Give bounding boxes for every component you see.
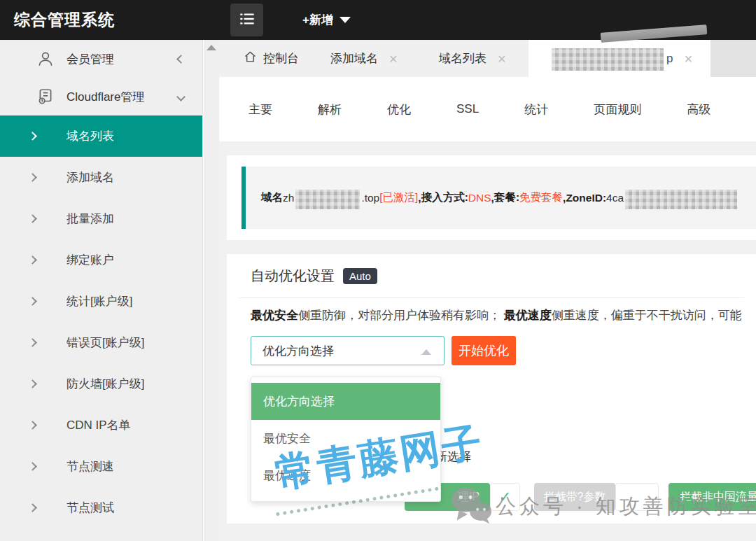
status-text: 免费套餐 (519, 190, 563, 205)
tab-label: 域名列表 (439, 50, 486, 66)
close-icon[interactable]: × (684, 52, 692, 66)
description-text: 侧重防御，对部分用户体验稍有影响； (298, 309, 504, 322)
app-window: 综合管理系统 +新增 (0, 0, 756, 541)
chevron-right-icon (28, 255, 37, 265)
chevron-down-icon (176, 92, 186, 101)
sidebar-group-members[interactable]: 会员管理 (0, 40, 202, 78)
select-value: 优化方向选择 (262, 343, 334, 359)
content-tab[interactable]: 高级 (687, 101, 710, 118)
scroll-up-icon[interactable] (206, 45, 216, 50)
sidebar-item-label: 域名列表 (66, 128, 114, 144)
sidebar-item-label: 统计[账户级] (66, 293, 132, 309)
description-text: 侧重速度，偏重于不干扰访问，可能 (552, 309, 742, 322)
sidebar-group-label: Cloudflare管理 (66, 89, 145, 105)
sidebar-group-label: 会员管理 (66, 51, 114, 67)
home-icon (243, 50, 263, 68)
chevron-right-icon (28, 462, 37, 471)
chevron-down-icon (340, 17, 351, 23)
banner-text: 套餐: (494, 190, 519, 205)
sidebar-item[interactable]: 错误页[账户级] (0, 322, 202, 363)
check-icon: ✓ (499, 489, 512, 505)
status-text: DNS (468, 192, 491, 204)
sidebar-item[interactable]: 添加域名 (0, 157, 202, 198)
tab-domain-detail-active[interactable]: p × (528, 40, 710, 77)
censored-text (295, 190, 360, 209)
sidebar-item[interactable]: 批量添加 (0, 198, 202, 239)
tab-label-visible: p (666, 52, 673, 66)
domain-info-card: 域名zh.top[已激活],接入方式:DNS,套餐:免费套餐,ZoneID:4c… (227, 155, 756, 240)
dropdown-option[interactable]: 最优速度 (251, 457, 440, 494)
sidebar-item-label: 防火墙[账户级] (66, 376, 144, 392)
tab-label: 添加域名 (330, 50, 378, 66)
divider (239, 297, 744, 298)
banner-text: 接入方式: (421, 190, 468, 205)
content-tab[interactable]: 优化 (387, 101, 411, 118)
tab-add-domain[interactable]: 添加域名 × (330, 40, 398, 77)
optimize-direction-dropdown: 优化方向选择最优安全最优速度 (251, 377, 441, 502)
description-text: 最优安全 (251, 309, 298, 322)
chevron-left-icon (176, 55, 186, 64)
section-title: 自动优化设置 (251, 267, 335, 286)
banner-text: 4ca (606, 192, 624, 204)
domain-status-banner: 域名zh.top[已激活],接入方式:DNS,套餐:免费套餐,ZoneID:4c… (241, 167, 756, 229)
status-text: [已激活] (379, 190, 418, 205)
server-icon (36, 87, 55, 106)
content-tab[interactable]: 页面规则 (594, 101, 641, 118)
tab-domain-list[interactable]: 域名列表 × (439, 40, 506, 77)
add-new-button[interactable]: +新增 (302, 0, 351, 40)
banner-text: ZoneID: (566, 192, 606, 204)
user-icon (36, 50, 55, 68)
sidebar-item[interactable]: 统计[账户级] (0, 281, 202, 322)
dropdown-option[interactable]: 最优安全 (251, 420, 440, 457)
sidebar-item[interactable]: 域名列表 (0, 115, 202, 157)
sidebar-item-label: 错误页[账户级] (66, 335, 144, 351)
sidebar-gutter (204, 40, 219, 541)
censored-text (625, 190, 737, 209)
description-text: 最优速度 (504, 309, 552, 322)
chevron-right-icon (28, 421, 37, 430)
sidebar-item[interactable]: 节点测试 (0, 487, 202, 528)
sidebar-item[interactable]: 节点测速 (0, 446, 202, 487)
content-tab[interactable]: SSL (456, 102, 479, 116)
tab-console[interactable]: 控制台 (243, 40, 299, 77)
chevron-right-icon (28, 173, 37, 182)
sidebar-item-label: 节点测速 (66, 458, 114, 475)
banner-text: .top (361, 192, 379, 204)
sidebar-item-label: 批量添加 (66, 211, 114, 227)
chevron-right-icon (28, 297, 37, 306)
block-non-china-button[interactable]: 拦截非中国流量 (668, 483, 756, 511)
unchecked-toggle[interactable] (615, 483, 659, 511)
sidebar-item[interactable]: CDN IP名单 (0, 405, 202, 446)
content-tab[interactable]: 主要 (248, 101, 272, 118)
chevron-right-icon (28, 379, 37, 388)
chevron-right-icon (28, 132, 37, 141)
block-query-param-button[interactable]: 拦截带?参数 (534, 483, 615, 511)
sidebar-item-label: 绑定账户 (66, 252, 114, 268)
content-tabs: 主要解析优化SSL统计页面规则高级 (219, 77, 756, 141)
chevron-up-icon (421, 349, 431, 355)
dropdown-option[interactable]: 优化方向选择 (251, 383, 440, 420)
checked-toggle[interactable]: ✓ (490, 483, 520, 511)
banner-text: zh (283, 192, 294, 204)
sidebar-item-label: 节点测试 (66, 500, 114, 516)
sidebar-item-label: CDN IP名单 (66, 417, 131, 433)
menu-toggle-button[interactable] (230, 3, 263, 36)
content-tab[interactable]: 统计 (524, 101, 548, 118)
close-icon[interactable]: × (389, 52, 398, 66)
app-title: 综合管理系统 (14, 0, 115, 40)
page-content: 域名zh.top[已激活],接入方式:DNS,套餐:免费套餐,ZoneID:4c… (219, 141, 756, 541)
optimize-direction-select[interactable]: 优化方向选择 (251, 336, 444, 365)
banner-text: 域名 (261, 190, 283, 205)
list-icon (238, 10, 256, 31)
close-icon[interactable]: × (498, 52, 506, 66)
start-optimize-button[interactable]: 开始优化 (451, 336, 516, 365)
tabbar-end-spacer (710, 40, 756, 77)
censored-domain-name (552, 48, 664, 71)
content-tab[interactable]: 解析 (318, 101, 342, 118)
chevron-right-icon (28, 338, 37, 347)
sidebar-item[interactable]: 防火墙[账户级] (0, 363, 202, 405)
chevron-right-icon (28, 503, 37, 512)
sidebar-group-cloudflare[interactable]: Cloudflare管理 (0, 78, 202, 115)
tab-bar: 控制台 添加域名 × 域名列表 × p × (219, 40, 756, 77)
sidebar-item[interactable]: 绑定账户 (0, 239, 202, 281)
